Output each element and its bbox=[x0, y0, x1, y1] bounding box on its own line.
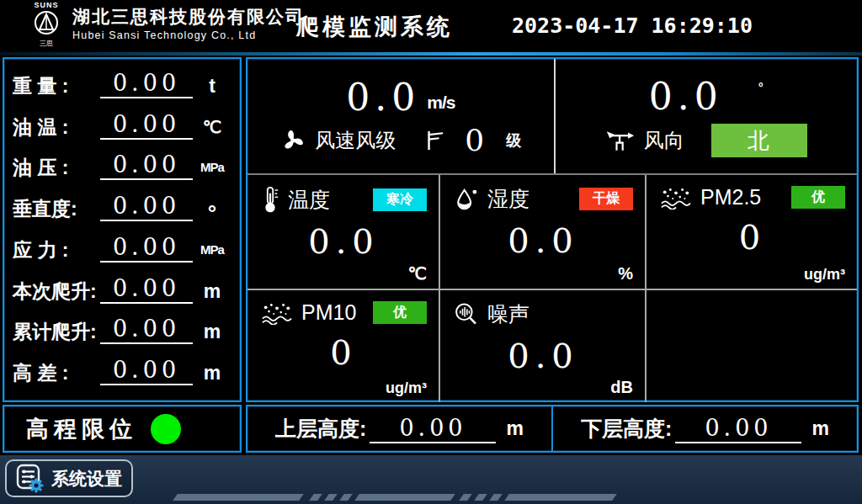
company-name-cn: 湖北三思科技股份有限公司 bbox=[72, 6, 305, 28]
humidity-status-badge: 干燥 bbox=[579, 188, 633, 210]
metric-row-stress: 应 力 : 0.00 MPa bbox=[13, 235, 231, 263]
page-title: 爬模监测系统 bbox=[296, 12, 453, 42]
dust-particles-icon bbox=[660, 186, 692, 210]
sensor-unit: ug/m³ bbox=[804, 266, 845, 284]
metric-unit: m bbox=[193, 360, 231, 385]
metric-label: 累计爬升: bbox=[13, 319, 100, 344]
elevation-limit-status-light bbox=[151, 414, 181, 444]
metric-unit: m bbox=[193, 279, 231, 304]
metric-row-oil-temp: 油 温 : 0.00 ℃ bbox=[13, 112, 231, 140]
wind-direction-value: 0.0 bbox=[649, 77, 723, 117]
metric-unit: MPa bbox=[193, 237, 231, 263]
wind-level-unit: 级 bbox=[506, 130, 521, 151]
metric-label: 重 量 : bbox=[13, 73, 100, 98]
footer-decoration-bar bbox=[173, 494, 304, 501]
thermometer-icon bbox=[261, 185, 279, 214]
lower-height-unit: m bbox=[811, 417, 828, 440]
logo-text-top: SUNS bbox=[24, 1, 69, 9]
metric-row-oil-pressure: 油 压 : 0.00 MPa bbox=[13, 152, 231, 180]
upper-height-unit: m bbox=[506, 417, 523, 440]
sensor-cell-pm10: PM10 优 0 ug/m³ bbox=[247, 290, 440, 402]
wind-row: 0.0 m/s 风速风级 bbox=[247, 59, 857, 173]
sensor-value: 0.0 bbox=[454, 337, 633, 375]
metric-label: 高 差 : bbox=[13, 360, 100, 385]
wind-direction-badge: 北 bbox=[711, 124, 807, 157]
footer-decoration-slash bbox=[339, 494, 353, 501]
sensor-value: 0 bbox=[261, 333, 427, 372]
sensor-value: 0.0 bbox=[454, 221, 633, 260]
metric-unit: ° bbox=[193, 204, 231, 221]
sensor-cell-noise: 噪声 0.0 dB bbox=[440, 290, 646, 402]
metric-row-total-climb: 累计爬升: 0.00 m bbox=[13, 316, 231, 344]
sensor-cell-empty bbox=[646, 290, 857, 402]
sensor-unit: ug/m³ bbox=[386, 379, 427, 397]
metric-value: 0.00 bbox=[100, 276, 193, 304]
footer-decoration-slash bbox=[489, 494, 503, 501]
sensor-unit: ℃ bbox=[408, 263, 427, 284]
sensor-cell-humidity: 湿度 干燥 0.0 % bbox=[440, 175, 646, 290]
sensor-label: 噪声 bbox=[487, 300, 529, 328]
wind-vane-icon bbox=[605, 129, 636, 152]
wind-level-value: 0 bbox=[465, 125, 484, 157]
wind-level-icon bbox=[424, 129, 444, 152]
wind-speed-label: 风速风级 bbox=[315, 127, 396, 154]
header-divider bbox=[0, 52, 862, 56]
sensor-value: 0.0 bbox=[261, 222, 427, 261]
datetime-display: 2023-04-17 16:29:10 bbox=[512, 13, 753, 38]
environment-panel: 0.0 m/s 风速风级 bbox=[246, 57, 859, 402]
company-name: 湖北三思科技股份有限公司 Hubei Sansi Technology Co.,… bbox=[72, 6, 305, 43]
metric-row-verticality: 垂直度: 0.00 ° bbox=[13, 194, 231, 221]
metric-value: 0.00 bbox=[100, 112, 193, 140]
header: SUNS 三思 湖北三思科技股份有限公司 Hubei Sansi Technol… bbox=[0, 0, 862, 52]
sensor-grid: 温度 寒冷 0.0 ℃ 湿度 干燥 0.0 % bbox=[247, 173, 857, 402]
metric-value: 0.00 bbox=[100, 358, 193, 385]
metric-row-weight: 重 量 : 0.00 t bbox=[13, 71, 231, 98]
sensor-cell-pm25: PM2.5 优 0 ug/m³ bbox=[646, 175, 857, 290]
sensor-unit: % bbox=[618, 264, 633, 284]
wind-speed-value: 0.0 bbox=[346, 77, 420, 118]
pm25-status-badge: 优 bbox=[791, 186, 845, 209]
footer-decoration-slash bbox=[324, 494, 338, 501]
metric-label: 垂直度: bbox=[13, 196, 100, 221]
sensor-label: 湿度 bbox=[487, 185, 529, 213]
upper-height-value: 0.00 bbox=[370, 415, 496, 443]
fan-icon bbox=[279, 127, 306, 154]
logo-text-bottom: 三思 bbox=[24, 40, 69, 47]
settings-sliders-gear-icon bbox=[16, 464, 45, 494]
sensor-value: 0 bbox=[660, 218, 845, 257]
elevation-limit-label: 高程限位 bbox=[26, 414, 137, 444]
system-settings-button[interactable]: 系统设置 bbox=[5, 459, 133, 497]
metric-unit: ℃ bbox=[193, 114, 231, 140]
footer-decoration-slash bbox=[474, 494, 487, 501]
metrics-panel: 重 量 : 0.00 t 油 温 : 0.00 ℃ 油 压 : 0.00 MPa… bbox=[3, 57, 242, 402]
metric-value: 0.00 bbox=[100, 316, 193, 344]
wind-speed-section: 0.0 m/s 风速风级 bbox=[247, 59, 556, 173]
upper-height-label: 上层高度: bbox=[275, 415, 366, 443]
metric-label: 油 压 : bbox=[13, 155, 100, 180]
footer-decoration-bar bbox=[354, 494, 455, 501]
footer-decoration-bar bbox=[504, 494, 617, 501]
footer-decoration-slash bbox=[309, 494, 322, 501]
wind-direction-unit: ° bbox=[758, 80, 764, 94]
monitoring-screen: SUNS 三思 湖北三思科技股份有限公司 Hubei Sansi Technol… bbox=[0, 0, 862, 504]
metric-label: 油 温 : bbox=[13, 114, 100, 140]
metric-label: 应 力 : bbox=[13, 237, 100, 263]
dust-particles-icon bbox=[261, 301, 293, 325]
elevation-limit-box: 高程限位 bbox=[3, 405, 242, 453]
system-settings-label: 系统设置 bbox=[51, 467, 122, 491]
lower-height-value: 0.00 bbox=[675, 415, 801, 443]
metric-value: 0.00 bbox=[100, 71, 193, 98]
upper-height-cell: 上层高度: 0.00 m bbox=[247, 406, 551, 451]
company-name-en: Hubei Sansi Technology Co., Ltd bbox=[72, 28, 305, 43]
metric-value: 0.00 bbox=[100, 194, 193, 221]
metric-row-height-diff: 高 差 : 0.00 m bbox=[13, 358, 231, 385]
footer-decoration-slash bbox=[459, 494, 472, 501]
metric-value: 0.00 bbox=[100, 152, 193, 180]
sensor-cell-temperature: 温度 寒冷 0.0 ℃ bbox=[247, 175, 440, 290]
metric-unit: MPa bbox=[193, 155, 231, 180]
sensor-unit: dB bbox=[610, 378, 633, 397]
pm10-status-badge: 优 bbox=[373, 301, 427, 324]
footer-bar: 系统设置 bbox=[0, 455, 862, 504]
company-logo: SUNS 三思 bbox=[24, 1, 69, 47]
suns-logo-icon bbox=[33, 9, 60, 36]
